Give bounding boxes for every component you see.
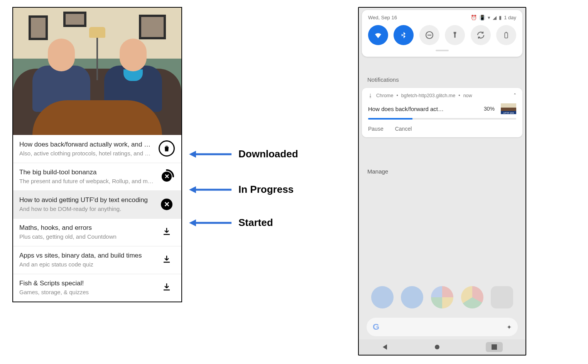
arrow-icon	[189, 185, 231, 194]
annotation-downloaded: Downloaded	[189, 148, 298, 160]
android-nav-bar	[359, 339, 525, 355]
episode-title: How does back/forward actually work, and…	[19, 141, 154, 148]
cancel-icon[interactable]: ✕	[161, 199, 172, 210]
qs-battery-saver-button[interactable]	[496, 25, 516, 45]
annotation-label: Started	[238, 217, 273, 229]
svg-point-7	[435, 345, 439, 349]
episode-subtitle: The present and future of webpack, Rollu…	[19, 178, 154, 184]
table	[32, 100, 162, 135]
notification-title: How does back/forward act…	[368, 106, 480, 112]
google-logo-icon: G	[373, 322, 379, 332]
episode-title: How to avoid getting UTF'd by text encod…	[19, 196, 154, 204]
annotation-started: Started	[189, 217, 273, 229]
episode-item[interactable]: Apps vs sites, binary data, and build ti…	[13, 246, 181, 274]
notifications-header: Notifications	[367, 76, 399, 83]
progress-bar	[368, 118, 516, 120]
qs-flashlight-button[interactable]	[445, 25, 465, 45]
podcast-app-panel: How does back/forward actually work, and…	[12, 7, 182, 302]
chrome-app-icon[interactable]	[461, 286, 483, 308]
play-store-icon[interactable]	[431, 286, 453, 308]
notification-percent: 30%	[484, 106, 495, 112]
episode-title: Maths, hooks, and errors	[19, 224, 154, 232]
annotation-label: In Progress	[238, 184, 294, 195]
alarm-icon: ⏰	[471, 15, 477, 20]
progress-cancel-icon[interactable]: ✕	[159, 169, 174, 184]
qs-wifi-button[interactable]	[368, 25, 388, 45]
battery-label: 1 day	[504, 15, 516, 20]
picture-frame	[139, 15, 166, 39]
episode-item[interactable]: Fish & Scripts special! Games, storage, …	[13, 274, 181, 302]
notification-time: now	[463, 93, 472, 98]
collapse-caret-icon[interactable]: ˄	[514, 93, 516, 99]
episode-action	[158, 282, 175, 293]
svg-marker-6	[383, 344, 387, 350]
qs-dnd-button[interactable]	[419, 25, 439, 45]
episode-item[interactable]: How does back/forward actually work, and…	[13, 135, 181, 163]
manage-button[interactable]: Manage	[367, 168, 388, 175]
notification-source: bgfetch-http203.glitch.me	[401, 93, 455, 98]
svg-marker-5	[189, 219, 196, 226]
notification-thumbnail	[501, 103, 516, 114]
home-button[interactable]	[434, 344, 440, 350]
episode-item[interactable]: Maths, hooks, and errors Plus cats, gett…	[13, 219, 181, 246]
assistant-icon: ✦	[507, 324, 512, 331]
episode-subtitle: And how to be DOM-ready for anything.	[19, 206, 154, 212]
home-dock	[359, 286, 525, 308]
trash-icon[interactable]	[159, 140, 175, 157]
download-icon[interactable]	[162, 254, 171, 265]
notification-app: Chrome	[376, 93, 393, 98]
episode-title: Apps vs sites, binary data, and build ti…	[19, 252, 154, 260]
notification-card[interactable]: ⭳ Chrome • bgfetch-http203.glitch.me • n…	[362, 88, 522, 137]
back-button[interactable]	[382, 344, 389, 351]
episode-subtitle: Plus cats, getting old, and Countdown	[19, 233, 154, 240]
separator: •	[458, 93, 460, 98]
battery-status-icon: ▮	[499, 15, 502, 20]
cancel-button[interactable]: Cancel	[395, 126, 412, 132]
separator: •	[396, 93, 398, 98]
quick-settings-panel: Wed, Sep 16 ⏰ 📳 ▾ ◢ ▮ 1 day	[362, 10, 522, 57]
episode-action	[158, 254, 175, 265]
camera-app-icon[interactable]	[491, 286, 513, 308]
episode-action: ✕	[158, 169, 175, 184]
search-bar[interactable]: G ✦	[367, 318, 518, 336]
picture-frame	[29, 15, 48, 40]
episode-list: How does back/forward actually work, and…	[13, 135, 181, 302]
episode-subtitle: And an epic status code quiz	[19, 261, 154, 268]
signal-status-icon: ◢	[493, 15, 497, 20]
episode-subtitle: Games, storage, & quizzes	[19, 289, 154, 295]
vibrate-icon: 📳	[479, 15, 485, 20]
wifi-status-icon: ▾	[488, 15, 490, 20]
picture-frame	[63, 12, 86, 27]
svg-marker-1	[189, 151, 196, 158]
episode-action	[158, 140, 175, 157]
svg-marker-3	[189, 186, 196, 193]
qs-bluetooth-button[interactable]	[394, 25, 414, 45]
episode-action: ✕	[158, 199, 175, 210]
episode-subtitle: Also, active clothing protocols, hotel r…	[19, 150, 154, 157]
download-icon[interactable]	[162, 227, 171, 238]
recents-button[interactable]	[486, 342, 503, 352]
pause-button[interactable]: Pause	[368, 126, 384, 132]
phone-app-icon[interactable]	[371, 286, 394, 308]
status-date: Wed, Sep 16	[368, 15, 397, 20]
arrow-icon	[189, 219, 231, 227]
episode-title: The big build-tool bonanza	[19, 169, 154, 176]
download-icon: ⭳	[368, 93, 373, 98]
messages-app-icon[interactable]	[401, 286, 423, 308]
lamp	[89, 27, 105, 80]
episode-title: Fish & Scripts special!	[19, 280, 154, 287]
arrow-icon	[189, 150, 231, 158]
android-phone-frame: G ✦ Wed, Sep 16 ⏰ 📳 ▾ ◢ ▮ 1 day Notifica…	[358, 7, 526, 356]
hero-image	[13, 8, 181, 135]
qs-rotation-button[interactable]	[471, 25, 491, 45]
annotation-label: Downloaded	[238, 148, 298, 160]
episode-item[interactable]: How to avoid getting UTF'd by text encod…	[13, 191, 181, 219]
drag-handle[interactable]	[436, 50, 449, 51]
download-icon[interactable]	[162, 282, 171, 293]
episode-action	[158, 227, 175, 238]
svg-rect-10	[505, 33, 508, 38]
annotation-in-progress: In Progress	[189, 184, 294, 195]
episode-item[interactable]: The big build-tool bonanza The present a…	[13, 163, 181, 191]
